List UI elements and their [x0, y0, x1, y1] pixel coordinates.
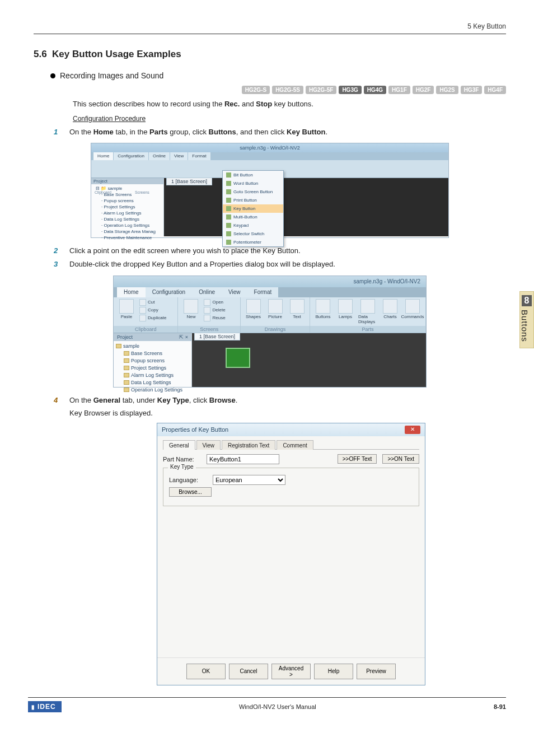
- ribbon-small-button[interactable]: Reuse: [204, 315, 225, 321]
- screens-small: OpenDeleteReuse: [204, 299, 225, 321]
- model-pill: HG4F: [484, 86, 506, 94]
- close-icon[interactable]: ✕: [405, 426, 420, 434]
- chapter-number: 8: [522, 295, 532, 306]
- parts-row: ButtonsLampsData DisplaysChartsCommands: [313, 299, 422, 325]
- dialog-tab[interactable]: Registration Text: [222, 440, 275, 450]
- menu-item[interactable]: Print Button: [223, 196, 283, 204]
- ribbon-big-button[interactable]: Picture: [266, 299, 284, 319]
- dialog-tab[interactable]: View: [196, 440, 221, 450]
- ribbon-small-button[interactable]: Open: [204, 299, 225, 306]
- ribbon-big-button[interactable]: Buttons: [313, 299, 332, 319]
- clipboard-small: CutCopyDuplicate: [139, 299, 166, 321]
- figure-3-properties-dialog: Properties of Key Button ✕ GeneralViewRe…: [157, 423, 425, 685]
- tree-item[interactable]: · Project Settings: [93, 204, 161, 210]
- off-text-button[interactable]: >>OFF Text: [338, 454, 377, 464]
- ribbon-tab[interactable]: View: [222, 287, 247, 297]
- intro-text: This section describes how to record usi…: [73, 100, 506, 108]
- tree-item[interactable]: Popup screens: [116, 357, 189, 365]
- menu-item[interactable]: Selector Switch: [223, 230, 283, 238]
- ribbon-tab[interactable]: Format: [188, 152, 210, 160]
- fig1-titlebar: sample.n3g - WindO/I-NV2: [91, 143, 448, 152]
- menu-item[interactable]: Key Button: [223, 204, 283, 213]
- ribbon-small-button[interactable]: Duplicate: [139, 315, 166, 321]
- part-name-input[interactable]: [207, 454, 279, 464]
- ribbon-big-button[interactable]: Text: [288, 299, 306, 319]
- ribbon-big-button[interactable]: Charts: [381, 299, 400, 319]
- dialog-footer-button[interactable]: Preview: [357, 664, 396, 679]
- menu-item[interactable]: Goto Screen Button: [223, 188, 283, 196]
- model-pill: HG2G-S: [242, 86, 270, 94]
- ribbon-big-button[interactable]: Data Displays: [358, 299, 377, 324]
- tree-item[interactable]: · Operation Log Settings: [93, 222, 161, 228]
- dialog-footer: OKCancelAdvanced >HelpPreview: [157, 657, 425, 685]
- tree-item[interactable]: Operation Log Settings: [116, 386, 189, 394]
- ribbon-tab[interactable]: Configuration: [146, 287, 192, 297]
- section-text: Key Button Usage Examples: [52, 49, 181, 59]
- menu-item[interactable]: Word Button: [223, 179, 283, 188]
- dialog-tab[interactable]: Comment: [277, 440, 313, 450]
- pin-close-icon[interactable]: ⇱ ×: [179, 334, 188, 340]
- dialog-footer-button[interactable]: OK: [186, 664, 226, 679]
- dialog-footer-button[interactable]: Help: [314, 664, 353, 679]
- menu-item[interactable]: Potentiometer: [223, 238, 283, 246]
- step-4-sub: Key Browser is displayed.: [69, 409, 506, 417]
- dialog-footer-button[interactable]: Cancel: [229, 664, 268, 679]
- model-pill: HG2G-5S: [272, 86, 303, 94]
- menu-item[interactable]: Bit Button: [223, 171, 283, 179]
- tree-item[interactable]: Project Settings: [116, 365, 189, 372]
- dialog-titlebar: Properties of Key Button ✕: [157, 423, 425, 436]
- tree-item[interactable]: · Alarm Log Settings: [93, 210, 161, 216]
- new-button[interactable]: New: [181, 299, 200, 319]
- language-label: Language:: [169, 477, 207, 483]
- tree-item[interactable]: · Data Storage Area Manag: [93, 228, 161, 235]
- ribbon-big-button[interactable]: Commands: [403, 299, 422, 319]
- key-type-fieldset: Key Type Language: European Browse...: [163, 468, 419, 506]
- page-footer: IDEC WindO/I-NV2 User's Manual 8-91: [28, 697, 506, 712]
- ribbon-tab[interactable]: Home: [93, 152, 113, 160]
- ribbon-tab[interactable]: Format: [247, 287, 279, 297]
- ribbon-tab[interactable]: Configuration: [114, 152, 148, 160]
- model-pill: HG3G: [339, 86, 361, 94]
- paste-button[interactable]: Paste: [117, 299, 136, 319]
- ribbon-small-button[interactable]: Delete: [204, 307, 225, 314]
- model-pill: HG1F: [388, 86, 410, 94]
- fig1-canvas[interactable]: 1 [Base Screen]: [164, 178, 448, 236]
- fig1-buttons-dropdown: Bit ButtonWord ButtonGoto Screen ButtonP…: [222, 170, 284, 247]
- fig2-screen-tab[interactable]: 1 [Base Screen]: [194, 333, 240, 340]
- fig2-ribbon: Paste CutCopyDuplicate Clipboard New Ope…: [114, 297, 426, 333]
- tree-item[interactable]: · Preventive Maintenance: [93, 235, 161, 241]
- dialog-footer-button[interactable]: Advanced >: [271, 664, 311, 679]
- step-3: 3 Double-click the dropped Key Button an…: [54, 259, 506, 269]
- chapter-label: Buttons: [520, 309, 530, 342]
- fig2-canvas[interactable]: 1 [Base Screen]: [192, 333, 426, 387]
- fig1-screen-tab[interactable]: 1 [Base Screen]: [166, 178, 212, 185]
- on-text-button[interactable]: >>ON Text: [382, 454, 419, 464]
- menu-item[interactable]: Multi-Button: [223, 213, 283, 221]
- tree-item[interactable]: Data Log Settings: [116, 379, 189, 386]
- tree-item[interactable]: · Popup screens: [93, 198, 161, 204]
- tree-item[interactable]: · Data Log Settings: [93, 216, 161, 222]
- step-1: 1 On the Home tab, in the Parts group, c…: [54, 127, 506, 137]
- ribbon-small-button[interactable]: Cut: [139, 299, 166, 306]
- model-pill: HG2F: [413, 86, 434, 94]
- ribbon-tab[interactable]: Online: [192, 287, 222, 297]
- subsection-heading: Recording Images and Sound: [50, 71, 506, 80]
- step-text: On the General tab, under Key Type, clic…: [69, 395, 237, 405]
- ribbon-tab[interactable]: Online: [149, 152, 170, 160]
- menu-item[interactable]: Keypad: [223, 221, 283, 230]
- browse-button[interactable]: Browse...: [169, 487, 212, 497]
- dialog-blank-area: [163, 506, 419, 652]
- ribbon-big-button[interactable]: Lamps: [336, 299, 355, 319]
- language-select[interactable]: European: [213, 475, 285, 485]
- ribbon-tab[interactable]: View: [170, 152, 188, 160]
- ribbon-small-button[interactable]: Copy: [139, 307, 166, 314]
- fig2-placed-key-button[interactable]: [226, 348, 250, 368]
- dialog-tab[interactable]: General: [163, 440, 195, 450]
- chapter-side-tab: 8 Buttons: [519, 291, 534, 348]
- fig2-project-pane: Project⇱ × sample Base Screens Popup scr…: [114, 333, 192, 387]
- ribbon-tab[interactable]: Home: [117, 287, 146, 297]
- tree-item[interactable]: Base Screens: [116, 350, 189, 357]
- ribbon-big-button[interactable]: Shapes: [244, 299, 263, 319]
- model-pill: HG2G-5F: [306, 86, 336, 94]
- tree-item[interactable]: Alarm Log Settings: [116, 372, 189, 379]
